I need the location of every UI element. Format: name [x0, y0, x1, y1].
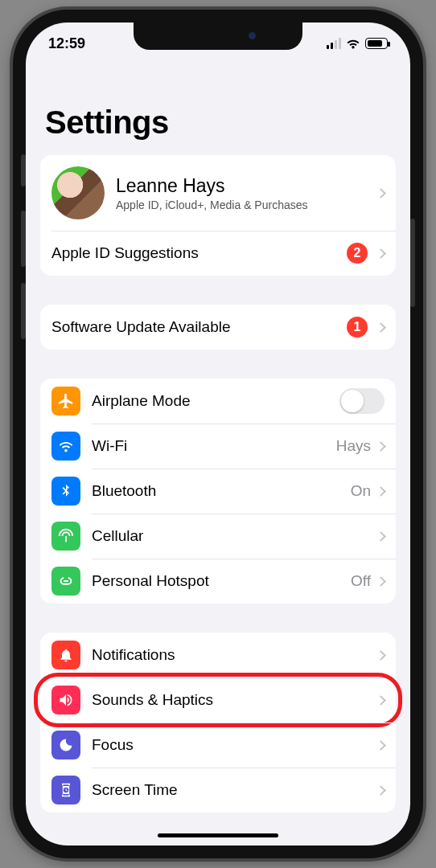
chevron-right-icon — [376, 650, 386, 661]
status-indicators — [327, 38, 388, 49]
group-system: Notifications Sounds & Haptics Focus — [40, 633, 396, 813]
row-label: Software Update Available — [51, 318, 347, 336]
chevron-right-icon — [376, 576, 386, 587]
chevron-right-icon — [376, 695, 386, 706]
page-title: Settings — [45, 104, 391, 141]
row-label: Focus — [92, 736, 377, 754]
hotspot-icon — [51, 567, 80, 596]
airplane-toggle[interactable] — [339, 388, 385, 414]
chevron-right-icon — [376, 486, 386, 497]
row-label: Airplane Mode — [92, 392, 339, 410]
phone-frame: 12:59 Settings Leanne Hays Apple ID, iCl… — [13, 10, 423, 858]
group-connectivity: Airplane Mode Wi-Fi Hays Bluetooth — [40, 379, 396, 604]
row-apple-id-profile[interactable]: Leanne Hays Apple ID, iCloud+, Media & P… — [40, 155, 396, 231]
wifi-signal-icon — [346, 38, 360, 49]
group-profile: Leanne Hays Apple ID, iCloud+, Media & P… — [40, 155, 396, 276]
sounds-icon — [51, 686, 80, 714]
row-bluetooth[interactable]: Bluetooth On — [40, 469, 396, 514]
avatar — [51, 166, 105, 219]
notch — [134, 23, 302, 50]
airplane-icon — [51, 387, 80, 416]
chevron-right-icon — [376, 188, 386, 199]
badge-count: 2 — [347, 243, 368, 264]
screen-time-icon — [51, 776, 80, 805]
chevron-right-icon — [376, 248, 386, 259]
row-label: Screen Time — [92, 781, 377, 799]
screen: 12:59 Settings Leanne Hays Apple ID, iCl… — [26, 23, 410, 845]
profile-subtitle: Apple ID, iCloud+, Media & Purchases — [116, 199, 377, 211]
settings-scroll[interactable]: Settings Leanne Hays Apple ID, iCloud+, … — [26, 87, 410, 845]
row-label: Bluetooth — [92, 482, 351, 500]
battery-icon — [365, 38, 388, 49]
row-airplane-mode[interactable]: Airplane Mode — [40, 379, 396, 424]
row-label: Apple ID Suggestions — [51, 244, 347, 262]
cellular-icon — [51, 522, 80, 551]
chevron-right-icon — [376, 785, 386, 796]
notifications-icon — [51, 641, 80, 669]
row-apple-id-suggestions[interactable]: Apple ID Suggestions 2 — [40, 231, 396, 276]
row-label: Personal Hotspot — [92, 572, 351, 590]
focus-icon — [51, 731, 80, 760]
chevron-right-icon — [376, 740, 386, 751]
row-value: Hays — [336, 437, 371, 455]
row-screen-time[interactable]: Screen Time — [40, 768, 396, 813]
side-button — [410, 219, 415, 307]
chevron-right-icon — [376, 441, 386, 452]
status-time: 12:59 — [48, 35, 85, 52]
badge-count: 1 — [347, 317, 368, 338]
row-focus[interactable]: Focus — [40, 723, 396, 768]
cellular-signal-icon — [327, 38, 341, 49]
chevron-right-icon — [376, 322, 386, 333]
row-value: Off — [351, 572, 371, 590]
row-sounds-haptics[interactable]: Sounds & Haptics — [40, 678, 396, 723]
row-label: Wi-Fi — [92, 437, 336, 455]
row-label: Sounds & Haptics — [92, 691, 377, 709]
row-cellular[interactable]: Cellular — [40, 514, 396, 559]
row-value: On — [351, 482, 371, 500]
group-software-update: Software Update Available 1 — [40, 305, 396, 350]
row-personal-hotspot[interactable]: Personal Hotspot Off — [40, 559, 396, 604]
row-label: Notifications — [92, 646, 377, 664]
wifi-icon — [51, 432, 80, 461]
row-software-update[interactable]: Software Update Available 1 — [40, 305, 396, 350]
bluetooth-icon — [51, 477, 80, 506]
row-notifications[interactable]: Notifications — [40, 633, 396, 678]
home-indicator[interactable] — [158, 833, 278, 837]
chevron-right-icon — [376, 531, 386, 542]
profile-name: Leanne Hays — [116, 175, 377, 197]
row-label: Cellular — [92, 527, 377, 545]
row-wifi[interactable]: Wi-Fi Hays — [40, 424, 396, 469]
